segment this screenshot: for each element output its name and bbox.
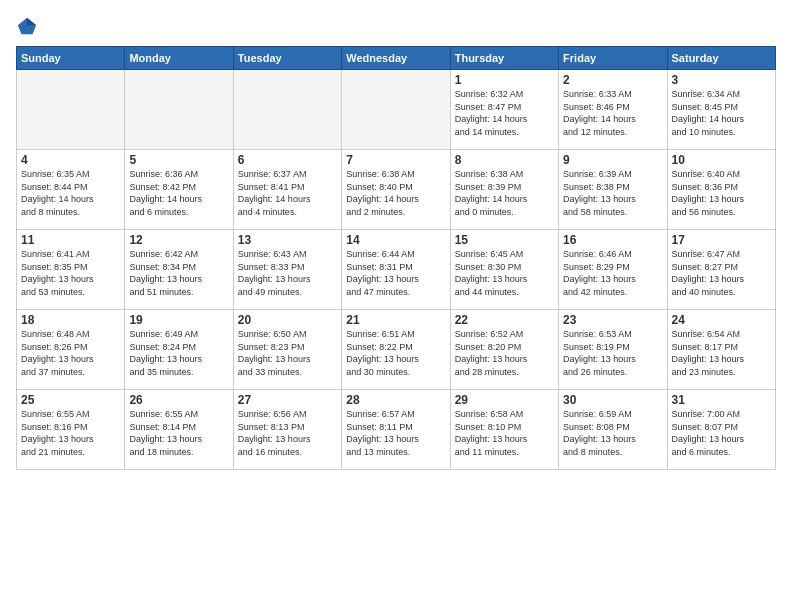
calendar-cell: 20Sunrise: 6:50 AM Sunset: 8:23 PM Dayli… xyxy=(233,310,341,390)
day-number: 27 xyxy=(238,393,337,407)
day-number: 26 xyxy=(129,393,228,407)
calendar-cell: 31Sunrise: 7:00 AM Sunset: 8:07 PM Dayli… xyxy=(667,390,775,470)
day-number: 13 xyxy=(238,233,337,247)
calendar-cell: 1Sunrise: 6:32 AM Sunset: 8:47 PM Daylig… xyxy=(450,70,558,150)
logo-icon xyxy=(16,16,38,38)
day-number: 12 xyxy=(129,233,228,247)
day-number: 9 xyxy=(563,153,662,167)
day-info: Sunrise: 6:58 AM Sunset: 8:10 PM Dayligh… xyxy=(455,408,554,458)
calendar-cell: 16Sunrise: 6:46 AM Sunset: 8:29 PM Dayli… xyxy=(559,230,667,310)
calendar-page: SundayMondayTuesdayWednesdayThursdayFrid… xyxy=(0,0,792,612)
calendar-cell: 12Sunrise: 6:42 AM Sunset: 8:34 PM Dayli… xyxy=(125,230,233,310)
day-info: Sunrise: 6:55 AM Sunset: 8:14 PM Dayligh… xyxy=(129,408,228,458)
day-number: 16 xyxy=(563,233,662,247)
day-info: Sunrise: 7:00 AM Sunset: 8:07 PM Dayligh… xyxy=(672,408,771,458)
day-number: 1 xyxy=(455,73,554,87)
weekday-wednesday: Wednesday xyxy=(342,47,450,70)
day-info: Sunrise: 6:47 AM Sunset: 8:27 PM Dayligh… xyxy=(672,248,771,298)
day-number: 31 xyxy=(672,393,771,407)
day-info: Sunrise: 6:40 AM Sunset: 8:36 PM Dayligh… xyxy=(672,168,771,218)
calendar-cell: 14Sunrise: 6:44 AM Sunset: 8:31 PM Dayli… xyxy=(342,230,450,310)
calendar-cell: 5Sunrise: 6:36 AM Sunset: 8:42 PM Daylig… xyxy=(125,150,233,230)
day-info: Sunrise: 6:54 AM Sunset: 8:17 PM Dayligh… xyxy=(672,328,771,378)
calendar-cell: 28Sunrise: 6:57 AM Sunset: 8:11 PM Dayli… xyxy=(342,390,450,470)
day-info: Sunrise: 6:34 AM Sunset: 8:45 PM Dayligh… xyxy=(672,88,771,138)
weekday-monday: Monday xyxy=(125,47,233,70)
calendar-cell: 15Sunrise: 6:45 AM Sunset: 8:30 PM Dayli… xyxy=(450,230,558,310)
day-info: Sunrise: 6:50 AM Sunset: 8:23 PM Dayligh… xyxy=(238,328,337,378)
day-number: 8 xyxy=(455,153,554,167)
calendar-cell: 23Sunrise: 6:53 AM Sunset: 8:19 PM Dayli… xyxy=(559,310,667,390)
day-number: 2 xyxy=(563,73,662,87)
day-info: Sunrise: 6:48 AM Sunset: 8:26 PM Dayligh… xyxy=(21,328,120,378)
day-info: Sunrise: 6:41 AM Sunset: 8:35 PM Dayligh… xyxy=(21,248,120,298)
calendar-cell: 30Sunrise: 6:59 AM Sunset: 8:08 PM Dayli… xyxy=(559,390,667,470)
day-info: Sunrise: 6:38 AM Sunset: 8:39 PM Dayligh… xyxy=(455,168,554,218)
calendar-cell: 21Sunrise: 6:51 AM Sunset: 8:22 PM Dayli… xyxy=(342,310,450,390)
calendar-cell: 6Sunrise: 6:37 AM Sunset: 8:41 PM Daylig… xyxy=(233,150,341,230)
weekday-header-row: SundayMondayTuesdayWednesdayThursdayFrid… xyxy=(17,47,776,70)
day-number: 28 xyxy=(346,393,445,407)
day-number: 21 xyxy=(346,313,445,327)
calendar-cell: 29Sunrise: 6:58 AM Sunset: 8:10 PM Dayli… xyxy=(450,390,558,470)
day-number: 25 xyxy=(21,393,120,407)
day-number: 6 xyxy=(238,153,337,167)
calendar-cell: 27Sunrise: 6:56 AM Sunset: 8:13 PM Dayli… xyxy=(233,390,341,470)
weekday-thursday: Thursday xyxy=(450,47,558,70)
logo xyxy=(16,16,42,38)
day-info: Sunrise: 6:56 AM Sunset: 8:13 PM Dayligh… xyxy=(238,408,337,458)
day-info: Sunrise: 6:36 AM Sunset: 8:42 PM Dayligh… xyxy=(129,168,228,218)
day-number: 11 xyxy=(21,233,120,247)
weekday-sunday: Sunday xyxy=(17,47,125,70)
calendar-cell: 8Sunrise: 6:38 AM Sunset: 8:39 PM Daylig… xyxy=(450,150,558,230)
calendar-table: SundayMondayTuesdayWednesdayThursdayFrid… xyxy=(16,46,776,470)
day-info: Sunrise: 6:59 AM Sunset: 8:08 PM Dayligh… xyxy=(563,408,662,458)
day-number: 24 xyxy=(672,313,771,327)
day-number: 22 xyxy=(455,313,554,327)
calendar-cell: 18Sunrise: 6:48 AM Sunset: 8:26 PM Dayli… xyxy=(17,310,125,390)
calendar-cell: 17Sunrise: 6:47 AM Sunset: 8:27 PM Dayli… xyxy=(667,230,775,310)
calendar-cell: 7Sunrise: 6:38 AM Sunset: 8:40 PM Daylig… xyxy=(342,150,450,230)
day-info: Sunrise: 6:32 AM Sunset: 8:47 PM Dayligh… xyxy=(455,88,554,138)
calendar-cell: 4Sunrise: 6:35 AM Sunset: 8:44 PM Daylig… xyxy=(17,150,125,230)
day-info: Sunrise: 6:37 AM Sunset: 8:41 PM Dayligh… xyxy=(238,168,337,218)
day-info: Sunrise: 6:33 AM Sunset: 8:46 PM Dayligh… xyxy=(563,88,662,138)
day-info: Sunrise: 6:49 AM Sunset: 8:24 PM Dayligh… xyxy=(129,328,228,378)
calendar-cell: 2Sunrise: 6:33 AM Sunset: 8:46 PM Daylig… xyxy=(559,70,667,150)
day-info: Sunrise: 6:57 AM Sunset: 8:11 PM Dayligh… xyxy=(346,408,445,458)
day-number: 19 xyxy=(129,313,228,327)
calendar-cell: 9Sunrise: 6:39 AM Sunset: 8:38 PM Daylig… xyxy=(559,150,667,230)
day-number: 15 xyxy=(455,233,554,247)
calendar-cell: 26Sunrise: 6:55 AM Sunset: 8:14 PM Dayli… xyxy=(125,390,233,470)
day-info: Sunrise: 6:53 AM Sunset: 8:19 PM Dayligh… xyxy=(563,328,662,378)
day-info: Sunrise: 6:45 AM Sunset: 8:30 PM Dayligh… xyxy=(455,248,554,298)
day-number: 4 xyxy=(21,153,120,167)
svg-marker-1 xyxy=(27,18,36,25)
day-number: 17 xyxy=(672,233,771,247)
day-number: 5 xyxy=(129,153,228,167)
calendar-cell: 3Sunrise: 6:34 AM Sunset: 8:45 PM Daylig… xyxy=(667,70,775,150)
day-number: 18 xyxy=(21,313,120,327)
header xyxy=(16,16,776,38)
day-number: 29 xyxy=(455,393,554,407)
calendar-cell xyxy=(342,70,450,150)
day-number: 10 xyxy=(672,153,771,167)
calendar-cell: 11Sunrise: 6:41 AM Sunset: 8:35 PM Dayli… xyxy=(17,230,125,310)
day-info: Sunrise: 6:51 AM Sunset: 8:22 PM Dayligh… xyxy=(346,328,445,378)
day-info: Sunrise: 6:35 AM Sunset: 8:44 PM Dayligh… xyxy=(21,168,120,218)
calendar-cell: 19Sunrise: 6:49 AM Sunset: 8:24 PM Dayli… xyxy=(125,310,233,390)
day-number: 3 xyxy=(672,73,771,87)
calendar-cell xyxy=(233,70,341,150)
calendar-cell xyxy=(125,70,233,150)
week-row-2: 11Sunrise: 6:41 AM Sunset: 8:35 PM Dayli… xyxy=(17,230,776,310)
calendar-cell: 25Sunrise: 6:55 AM Sunset: 8:16 PM Dayli… xyxy=(17,390,125,470)
weekday-tuesday: Tuesday xyxy=(233,47,341,70)
day-info: Sunrise: 6:38 AM Sunset: 8:40 PM Dayligh… xyxy=(346,168,445,218)
day-info: Sunrise: 6:39 AM Sunset: 8:38 PM Dayligh… xyxy=(563,168,662,218)
week-row-1: 4Sunrise: 6:35 AM Sunset: 8:44 PM Daylig… xyxy=(17,150,776,230)
weekday-saturday: Saturday xyxy=(667,47,775,70)
day-number: 23 xyxy=(563,313,662,327)
day-number: 14 xyxy=(346,233,445,247)
calendar-cell: 22Sunrise: 6:52 AM Sunset: 8:20 PM Dayli… xyxy=(450,310,558,390)
calendar-cell: 13Sunrise: 6:43 AM Sunset: 8:33 PM Dayli… xyxy=(233,230,341,310)
